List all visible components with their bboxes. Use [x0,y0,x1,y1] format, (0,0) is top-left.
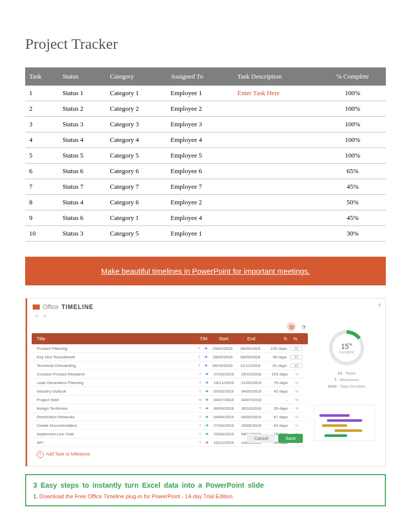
ot-end-date: 04/09/2019 [237,415,265,419]
page-title: Project Tracker [25,35,386,52]
arrow-icon: ➔ [202,363,209,368]
add-task-button[interactable]: +Add Task or Milestone [32,447,308,462]
ot-col-pct: % [288,336,303,341]
cell-category: Category 3 [106,117,167,132]
brand-office: Office [43,303,58,311]
ot-end-date: 31/12/2018 [236,363,264,368]
cell-pct: 100% [319,117,386,132]
cell-category: Category 4 [106,132,167,148]
ot-task-title: Conduct Product Research [37,372,197,376]
ot-task-row[interactable]: Create DocumentationT➔27/04/201820/08/20… [32,421,308,430]
ot-duration: 61 days [264,363,287,368]
gantt-thumbnail [314,405,375,441]
cell-desc [233,195,319,210]
table-row: 9Status 6Category 1Employee 445% [25,210,386,226]
ot-start-date: 07/03/2019 [210,389,237,394]
ot-task-type: T [196,363,202,368]
save-button[interactable]: Save [278,434,303,443]
arrow-icon: ➔ [203,431,210,436]
redo-icon[interactable]: ↷ [42,314,46,319]
ot-duration: 42 days [265,389,288,394]
download-link[interactable]: Download the Free Office Timeline plug-i… [39,493,234,499]
cell-desc [233,148,319,164]
cell-pct: 65% [319,164,386,179]
brand-timeline: TIMELINE [61,303,94,311]
instructions-step-1: 1. Download the Free Office Timeline plu… [33,493,378,499]
cell-task: 9 [25,210,58,226]
cell-task: 7 [25,179,58,195]
progress-value: 15% [341,342,353,350]
cell-task: 4 [25,132,58,148]
ot-task-row[interactable]: Industry OutlookT➔07/03/201904/05/201942… [32,387,308,396]
cell-pct: 100% [319,86,386,101]
ot-task-type: T [197,389,203,394]
ot-task-type: T [196,346,202,351]
arrow-icon: ➔ [202,354,209,359]
clock-icon[interactable]: ◔ [299,322,308,331]
cell-category: Category 6 [106,164,167,179]
ot-duration: 82 days [265,423,288,428]
undo-icon[interactable]: ↶ [35,314,39,319]
table-row: 3Status 3Category 3Employee 3100% [25,117,386,132]
ot-end-date: 21/02/2019 [237,381,265,385]
table-row: 8Status 4Category 6Employee 250% [25,195,386,210]
cell-pct: 50% [319,195,386,210]
ot-end-date: 04/07/2018 [237,398,265,402]
ot-task-type: T [197,406,203,411]
cancel-button[interactable]: Cancel [247,434,275,443]
arrow-icon: ➔ [203,397,210,402]
close-icon[interactable]: × [378,301,381,309]
progress-ring: 15% Complete [329,330,364,365]
cell-pct: 30% [319,226,386,242]
table-row: 2Status 2Category 2Employee 2100% [25,101,386,117]
col-status: Status [58,67,106,86]
ot-task-row[interactable]: Key Hire RecruitmentT➔18/05/201830/09/20… [32,353,308,361]
ot-task-type: T [197,440,203,445]
cell-task: 5 [25,148,58,164]
cell-desc [233,101,319,117]
ot-task-row[interactable]: Lead Generation PlanningT➔16/11/201821/0… [32,378,308,387]
cell-desc [233,117,319,132]
list-view-icon[interactable]: ▤ [287,322,296,331]
office-timeline-panel: × OfficeTIMELINE ↶ ↷ ▤ ◔ Title T/M Start… [25,298,386,467]
cell-status: Status 4 [58,195,106,210]
ot-start-date: 18/05/2018 [209,355,236,359]
ot-task-row[interactable]: Distribution NetworksT➔04/06/201904/09/2… [32,413,308,421]
cell-assigned: Employee 6 [167,164,233,179]
cell-task: 6 [25,164,58,179]
ot-task-row[interactable]: Product PlanningT➔25/02/201830/09/201815… [32,344,308,353]
cell-status: Status 6 [58,210,106,226]
arrow-icon: ➔ [203,389,210,394]
ot-col-dur: ↻ [265,336,288,341]
ot-task-row[interactable]: Technical OnboardingT➔08/10/201831/12/20… [32,361,308,370]
ot-task-row[interactable]: Project StartM➔04/07/201804/07/2018-% [32,396,308,404]
promo-banner[interactable]: Make beautiful timelines in PowerPoint f… [25,257,386,285]
cell-task: 10 [25,226,58,242]
table-header-row: Task Status Category Assigned To Task De… [25,67,386,86]
cell-assigned: Employee 4 [167,132,233,148]
arrow-icon: ➔ [203,380,210,385]
plus-icon: + [37,451,44,458]
ot-duration: 67 days [265,415,288,419]
ot-end-date: 25/10/2018 [237,372,265,376]
cell-desc [233,226,319,242]
table-row: 4Status 4Category 4Employee 4100% [25,132,386,148]
stat-line: 7 : Milestones [314,377,379,384]
table-row: 10Status 3Category 5Employee 130% [25,226,386,242]
cell-desc [233,179,319,195]
ot-task-row[interactable]: Conduct Product ResearchT➔27/03/201825/1… [32,370,308,378]
cell-assigned: Employee 4 [167,210,233,226]
cell-desc [233,164,319,179]
cell-desc [233,210,319,226]
accent-bar [26,298,27,466]
cell-status: Status 5 [58,148,106,164]
cell-desc [233,132,319,148]
office-timeline-logo-icon [33,305,40,310]
cell-category: Category 6 [106,195,167,210]
stat-line: 1016 : Days Duration [314,384,379,390]
ot-task-title: API [37,440,197,445]
ot-end-date: 20/08/2018 [237,423,265,428]
col-assigned: Assigned To [167,67,233,86]
cell-task: 3 [25,117,58,132]
ot-task-row[interactable]: Assign TerritoriesT➔06/09/201830/10/2018… [32,404,308,413]
